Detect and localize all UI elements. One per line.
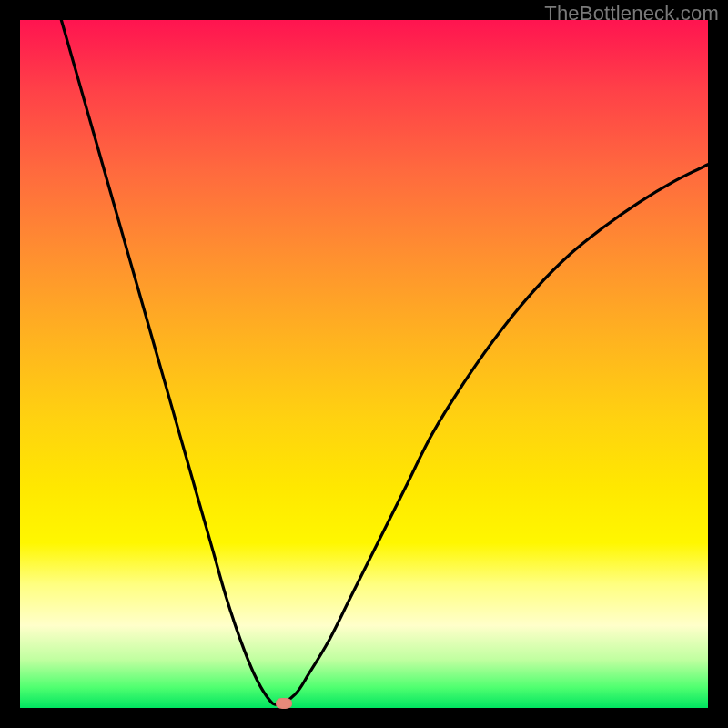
attribution-text: TheBottleneck.com [544, 2, 719, 25]
optimum-marker [276, 698, 292, 709]
chart-plot-area [20, 20, 708, 708]
bottleneck-curve [20, 20, 708, 708]
